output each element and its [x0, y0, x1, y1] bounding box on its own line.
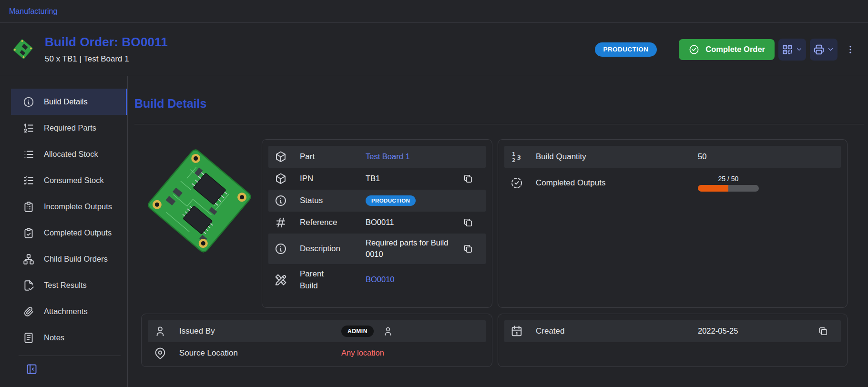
sidebar-item-allocated-stock[interactable]: Allocated Stock: [11, 141, 127, 167]
complete-order-label: Complete Order: [705, 45, 765, 54]
barcode-actions-button[interactable]: [778, 39, 806, 61]
description-value: Required parts for Build 0010: [366, 237, 450, 260]
issue-label: Source Location: [179, 347, 341, 359]
clipboard-icon: [22, 201, 35, 213]
issue-row-issued-by: Issued By ADMIN: [148, 320, 486, 342]
status-value-badge: PRODUCTION: [366, 195, 416, 206]
sidebar-item-label: Build Details: [44, 97, 88, 106]
breadcrumb-bar: Manufacturing: [0, 0, 868, 23]
chevron-down-icon: [795, 45, 803, 53]
complete-order-button[interactable]: Complete Order: [679, 39, 775, 60]
svg-text:2: 2: [512, 157, 515, 163]
progress-text: 25 / 50: [698, 175, 759, 183]
quantity-row-completed-outputs: Completed Outputs 25 / 50: [504, 168, 841, 198]
dates-card: Created 2022-05-25: [498, 314, 848, 367]
copy-button[interactable]: [463, 217, 474, 228]
sidebar-item-label: Allocated Stock: [44, 150, 98, 159]
quantity-row-build-quantity: 123 Build Quantity 50: [504, 146, 841, 168]
map-pin-icon: [153, 346, 167, 360]
sidebar-collapse-button[interactable]: [24, 362, 39, 376]
breadcrumb-manufacturing[interactable]: Manufacturing: [9, 7, 57, 16]
detail-row-status: Status PRODUCTION: [268, 190, 486, 212]
detail-label: Description: [300, 243, 366, 255]
svg-text:1: 1: [512, 151, 515, 157]
calendar-icon: [510, 325, 523, 338]
build-quantity-value: 50: [698, 151, 706, 163]
date-label: Created: [536, 325, 698, 337]
sidebar-item-notes[interactable]: Notes: [11, 325, 127, 351]
parent-build-link[interactable]: BO0010: [366, 274, 395, 285]
completed-outputs-progress: 25 / 50: [698, 175, 759, 192]
sidebar-item-test-results[interactable]: Test Results: [11, 272, 127, 298]
build-quantity-card: 123 Build Quantity 50 Completed Outputs …: [498, 139, 848, 308]
box-icon: [274, 150, 287, 163]
admin-badge: ADMIN: [341, 326, 374, 337]
part-image[interactable]: [139, 141, 260, 261]
page-subtitle: 50 x TB1 | Test Board 1: [45, 54, 168, 64]
part-link[interactable]: Test Board 1: [366, 151, 410, 163]
sidebar-item-build-details[interactable]: Build Details: [11, 89, 127, 115]
issue-row-source-location: Source Location Any location: [148, 342, 486, 364]
sidebar-item-label: Notes: [44, 333, 64, 342]
qrcode-icon: [781, 43, 794, 56]
detail-label: Status: [300, 194, 366, 207]
quantity-label: Build Quantity: [536, 151, 698, 163]
issue-label: Issued By: [179, 325, 341, 337]
issue-details-card: Issued By ADMIN Source Location Any loca…: [141, 314, 492, 367]
sidebar-item-label: Consumed Stock: [44, 176, 104, 185]
more-actions-button[interactable]: [843, 39, 858, 60]
file-check-icon: [22, 279, 35, 292]
created-value: 2022-05-25: [698, 326, 738, 337]
sidebar-item-label: Required Parts: [44, 123, 96, 132]
detail-row-ipn: IPN TB1: [268, 168, 486, 190]
list-check-icon: [22, 174, 35, 187]
title-block: Build Order: BO0011 50 x TB1 | Test Boar…: [45, 35, 168, 64]
user-icon: [382, 326, 394, 337]
clipboard-check-icon: [22, 227, 35, 239]
printer-icon: [813, 43, 825, 56]
sidebar-item-completed-outputs[interactable]: Completed Outputs: [11, 220, 127, 246]
sidebar-item-label: Incomplete Outputs: [44, 202, 112, 211]
copy-button[interactable]: [463, 173, 474, 184]
quantity-label: Completed Outputs: [536, 177, 698, 189]
build-thumbnail-image[interactable]: [11, 38, 34, 62]
list-icon: [22, 148, 35, 161]
sidebar-item-consumed-stock[interactable]: Consumed Stock: [11, 167, 127, 194]
sidebar-item-incomplete-outputs[interactable]: Incomplete Outputs: [11, 194, 127, 220]
issued-by-value: ADMIN: [341, 326, 394, 337]
notes-icon: [22, 332, 35, 344]
detail-row-part: Part Test Board 1: [268, 146, 486, 168]
circle-check-icon: [688, 44, 700, 55]
page-title: Build Order: BO0011: [45, 35, 168, 50]
sidebar-item-label: Child Build Orders: [44, 255, 108, 264]
build-details-card: Part Test Board 1 IPN TB1 Status PRODUCT…: [262, 139, 492, 308]
detail-row-parent-build: Parent Build BO0010: [268, 264, 486, 296]
detail-label: Reference: [300, 216, 366, 229]
print-actions-button[interactable]: [810, 39, 837, 61]
user-icon: [153, 325, 167, 338]
sidebar-nav: Build Details Required Parts Allocated S…: [11, 76, 128, 387]
sidebar-item-attachments[interactable]: Attachments: [11, 298, 127, 325]
section-divider: [134, 124, 864, 124]
sidebar-item-child-build-orders[interactable]: Child Build Orders: [11, 246, 127, 272]
main-panel: Build Details: [128, 76, 868, 387]
chevron-down-icon: [827, 45, 835, 53]
info-circle-icon: [274, 242, 287, 255]
page-header: Build Order: BO0011 50 x TB1 | Test Boar…: [0, 23, 868, 76]
tools-icon: [274, 273, 287, 286]
info-circle-icon: [22, 96, 35, 108]
copy-button[interactable]: [463, 243, 474, 255]
hash-icon: [274, 216, 287, 229]
progress-bar: [698, 185, 759, 192]
detail-row-description: Description Required parts for Build 001…: [268, 234, 486, 264]
copy-button[interactable]: [818, 326, 829, 337]
sidebar-item-label: Completed Outputs: [44, 228, 112, 237]
detail-label: Parent Build: [300, 268, 333, 292]
date-row-created: Created 2022-05-25: [504, 320, 841, 342]
numbers-123-icon: 123: [510, 150, 523, 163]
detail-label: IPN: [300, 173, 366, 185]
ipn-value: TB1: [366, 173, 380, 184]
list-numbers-icon: [22, 122, 35, 134]
progress-fill: [698, 185, 728, 192]
sidebar-item-required-parts[interactable]: Required Parts: [11, 115, 127, 141]
